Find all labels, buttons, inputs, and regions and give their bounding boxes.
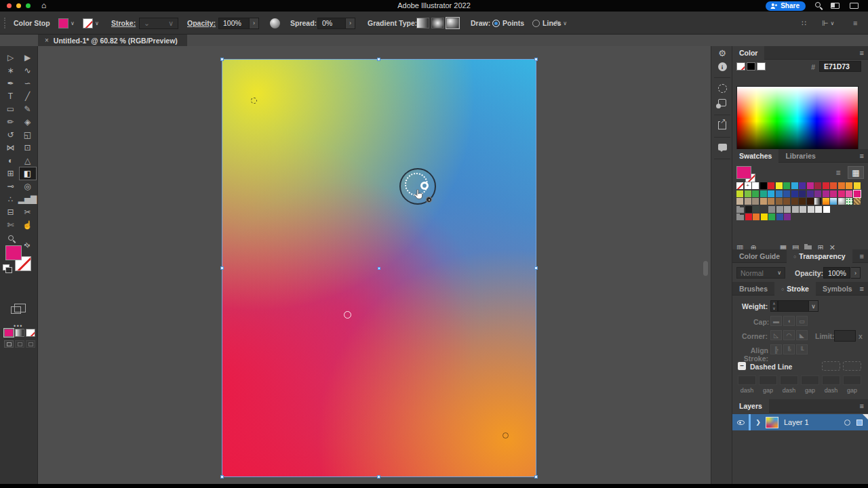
swatch[interactable] <box>761 214 768 220</box>
swatch[interactable] <box>838 198 845 205</box>
swatch-folder-icon[interactable] <box>736 207 744 213</box>
color-panel-menu-icon[interactable]: ≡ <box>860 49 864 57</box>
swatch[interactable] <box>830 190 837 197</box>
layer-target-icon[interactable] <box>844 420 850 426</box>
swatch[interactable] <box>854 198 861 205</box>
spread-field[interactable]: 0% <box>317 18 346 29</box>
selection-tool[interactable]: ▷ <box>3 52 19 64</box>
swatch[interactable] <box>745 214 752 220</box>
weight-stepper[interactable]: ∧∨ <box>770 300 778 312</box>
swatch[interactable] <box>854 190 861 197</box>
swatch[interactable] <box>776 182 783 189</box>
edit-toolbar-icon[interactable]: ••• <box>14 323 23 329</box>
swatch[interactable] <box>760 182 767 189</box>
swatch[interactable]: + <box>745 182 751 189</box>
artboard-tool[interactable]: ⊟ <box>3 206 19 218</box>
eraser-tool[interactable]: ◈ <box>20 116 36 128</box>
tab-brushes[interactable]: Brushes <box>732 282 774 296</box>
swatch[interactable] <box>838 190 845 197</box>
none-mode-button[interactable] <box>26 329 35 337</box>
edit-gradient-chevron-icon[interactable]: ∨ <box>563 20 567 26</box>
layer-row[interactable]: ❯ Layer 1 <box>732 414 868 430</box>
opacity-more-button[interactable]: › <box>250 18 259 29</box>
swatch[interactable] <box>745 206 752 213</box>
document-tab[interactable]: × Untitled-1* @ 60.82 % (RGB/Preview) <box>38 35 187 46</box>
blend-mode-select[interactable]: Normal∨ <box>736 267 785 279</box>
curvature-tool[interactable]: ∽ <box>20 77 36 89</box>
shape-builder-tool[interactable]: ◐ <box>3 155 19 167</box>
swatch[interactable] <box>760 198 767 205</box>
weight-field[interactable] <box>778 300 809 312</box>
canvas-area[interactable] <box>38 46 711 484</box>
color-mode-button[interactable] <box>4 329 14 337</box>
swatch[interactable] <box>783 190 790 197</box>
corner-miter-button[interactable]: ◺ <box>770 330 782 340</box>
gradient-stop-pink[interactable] <box>344 311 351 319</box>
swatch[interactable] <box>736 182 743 189</box>
paintbrush-tool[interactable]: ✎ <box>20 103 36 115</box>
swatch[interactable] <box>784 206 791 213</box>
selection-handle[interactable] <box>220 58 224 61</box>
hand-tool[interactable]: ☝ <box>20 219 36 231</box>
selection-handle[interactable] <box>534 266 538 270</box>
swatch[interactable] <box>800 206 806 213</box>
scissors-tool[interactable]: ✄ <box>3 219 19 231</box>
swatch[interactable] <box>799 198 806 205</box>
dash-field-3[interactable] <box>801 375 819 385</box>
swatch[interactable] <box>846 198 852 205</box>
swatch[interactable] <box>760 190 767 197</box>
dash-field-2[interactable] <box>780 375 798 385</box>
draw-normal-button[interactable] <box>4 340 14 348</box>
swatch[interactable] <box>752 182 759 189</box>
color-spectrum[interactable] <box>736 86 859 154</box>
blend-tool[interactable]: ◎ <box>20 180 36 192</box>
swatch[interactable] <box>792 206 799 213</box>
gradient-stop-yellow[interactable] <box>251 98 257 104</box>
align-outside-button[interactable]: ╙ <box>796 344 808 354</box>
arrange-documents-icon[interactable]: ∷ <box>802 19 806 28</box>
perspective-grid-tool[interactable]: △ <box>20 155 36 167</box>
eyedropper-tool[interactable]: ⊸ <box>3 180 19 192</box>
swatch[interactable] <box>815 206 822 213</box>
swatch[interactable] <box>768 198 774 205</box>
swatch[interactable] <box>776 198 783 205</box>
shading-sphere-icon[interactable] <box>270 18 280 28</box>
opacity-field[interactable]: 100% <box>218 18 250 29</box>
swatch[interactable] <box>752 198 759 205</box>
swatches-panel-menu-icon[interactable]: ≡ <box>860 152 864 160</box>
swatch[interactable] <box>807 190 814 197</box>
gradient-mode-button[interactable] <box>15 329 24 337</box>
tab-stroke[interactable]: Stroke <box>774 282 816 296</box>
column-graph-tool[interactable]: ▂▅▇ <box>20 193 36 205</box>
swatch[interactable] <box>783 198 790 205</box>
shaper-tool[interactable]: ✏ <box>3 116 19 128</box>
properties-gear-icon[interactable]: ⚙ <box>711 48 733 58</box>
zoom-tool[interactable] <box>3 232 19 244</box>
tab-color[interactable]: Color <box>732 46 764 60</box>
swatch[interactable] <box>752 190 759 197</box>
color-white-swatch[interactable] <box>757 62 766 70</box>
cap-projecting-button[interactable]: ▭ <box>796 316 808 326</box>
stroke-panel-menu-icon[interactable]: ≡ <box>860 285 864 293</box>
lasso-tool[interactable]: ∿ <box>20 64 36 77</box>
swatch[interactable] <box>846 182 852 189</box>
dash-field-1[interactable] <box>759 375 777 385</box>
opacity-link[interactable]: Opacity: <box>187 19 216 27</box>
free-transform-tool[interactable]: ⊡ <box>20 142 36 154</box>
layer-selection-indicator[interactable] <box>856 420 863 426</box>
stroke-link[interactable]: Stroke: <box>111 19 136 27</box>
controlbar-grip[interactable] <box>4 18 5 28</box>
transparency-panel-menu-icon[interactable]: ≡ <box>860 252 864 260</box>
spread-more-button[interactable]: › <box>346 18 355 29</box>
line-segment-tool[interactable]: ╱ <box>20 90 36 102</box>
selection-handle[interactable] <box>220 266 224 270</box>
magic-wand-tool[interactable]: ∗ <box>3 64 19 77</box>
color-black-swatch[interactable] <box>747 62 755 70</box>
dash-field-5[interactable] <box>843 375 861 385</box>
tab-swatches[interactable]: Swatches <box>732 149 778 163</box>
selection-handle[interactable] <box>220 475 224 479</box>
fill-proxy[interactable] <box>5 245 22 260</box>
swatch[interactable] <box>783 182 790 189</box>
search-icon[interactable] <box>815 2 821 7</box>
transparency-opacity-more-button[interactable]: › <box>851 267 861 279</box>
